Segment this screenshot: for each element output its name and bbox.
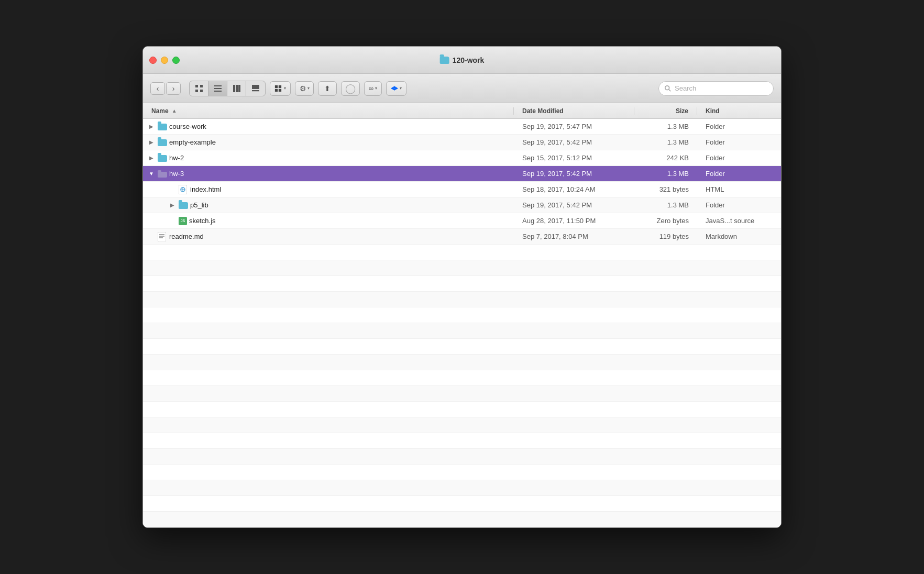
view-controls bbox=[189, 81, 266, 96]
list-view-button[interactable] bbox=[208, 81, 227, 96]
empty-row bbox=[143, 417, 781, 433]
empty-row bbox=[143, 260, 781, 276]
file-name: hw-2 bbox=[169, 154, 184, 162]
disclosure-triangle[interactable]: ▶ bbox=[168, 201, 177, 209]
maximize-button[interactable] bbox=[172, 57, 180, 64]
file-size: 242 KB bbox=[634, 154, 697, 162]
svg-rect-3 bbox=[200, 90, 203, 92]
date-column-header[interactable]: Date Modified bbox=[514, 107, 634, 115]
empty-row bbox=[143, 355, 781, 370]
cover-flow-button[interactable] bbox=[246, 81, 265, 96]
svg-rect-8 bbox=[236, 85, 238, 92]
file-name-cell: ▼ hw-3 bbox=[143, 170, 514, 178]
name-column-header[interactable]: Name ▲ bbox=[143, 107, 514, 115]
svg-line-18 bbox=[669, 89, 671, 91]
search-box[interactable]: Search bbox=[658, 81, 774, 96]
sort-indicator: ▲ bbox=[172, 108, 177, 114]
svg-point-17 bbox=[665, 85, 669, 90]
folder-svg-icon bbox=[158, 170, 167, 178]
list-item[interactable]: ▶ JS sketch.js Aug 28, 2017, 11:50 PM Ze… bbox=[143, 213, 781, 229]
file-size: 1.3 MB bbox=[634, 170, 697, 178]
minimize-button[interactable] bbox=[161, 57, 168, 64]
file-kind: Markdown bbox=[697, 233, 781, 240]
disclosure-triangle[interactable]: ▶ bbox=[147, 154, 156, 162]
dropbox-icon bbox=[391, 85, 398, 92]
folder-icon bbox=[158, 123, 167, 130]
toolbar: ‹ › bbox=[143, 74, 781, 103]
close-button[interactable] bbox=[149, 57, 157, 64]
list-item[interactable]: ▶ readme.md Sep 7, 2017, 8:04 PM 119 byt… bbox=[143, 229, 781, 245]
file-kind: Folder bbox=[697, 170, 781, 178]
search-icon bbox=[664, 85, 672, 92]
traffic-lights bbox=[149, 57, 180, 64]
file-date: Sep 19, 2017, 5:47 PM bbox=[514, 123, 634, 130]
tag-icon: ◯ bbox=[345, 83, 356, 94]
svg-rect-5 bbox=[214, 88, 222, 89]
list-item[interactable]: ▶ hw-2 Sep 15, 2017, 5:12 PM 242 KB Fold… bbox=[143, 150, 781, 166]
file-date: Sep 19, 2017, 5:42 PM bbox=[514, 170, 634, 178]
file-kind: Folder bbox=[697, 138, 781, 146]
action-chevron-icon: ▾ bbox=[307, 86, 310, 91]
empty-row bbox=[143, 512, 781, 527]
empty-row bbox=[143, 339, 781, 355]
svg-rect-14 bbox=[279, 85, 281, 87]
size-column-header[interactable]: Size bbox=[634, 107, 697, 115]
file-size: 1.3 MB bbox=[634, 201, 697, 209]
file-list: ▶ course-work Sep 19, 2017, 5:47 PM 1.3 … bbox=[143, 119, 781, 527]
forward-button[interactable]: › bbox=[166, 82, 181, 95]
dropbox-button[interactable]: ▾ bbox=[386, 81, 406, 96]
file-name-cell: ▶ JS sketch.js bbox=[143, 217, 514, 225]
file-name-cell: ▶ index.html bbox=[143, 185, 514, 194]
tag-button[interactable]: ◯ bbox=[341, 81, 360, 96]
list-item[interactable]: ▶ empty-example Sep 19, 2017, 5:42 PM 1.… bbox=[143, 135, 781, 150]
svg-rect-10 bbox=[252, 85, 259, 89]
folder-icon bbox=[158, 139, 167, 146]
svg-rect-7 bbox=[233, 85, 235, 92]
connect-chevron-icon: ▾ bbox=[375, 86, 377, 91]
svg-rect-6 bbox=[214, 91, 222, 92]
back-button[interactable]: ‹ bbox=[150, 82, 165, 95]
icon-view-button[interactable] bbox=[190, 81, 208, 96]
share-icon: ⬆ bbox=[324, 84, 331, 93]
group-by-button[interactable]: ▾ bbox=[270, 81, 291, 96]
file-date: Aug 28, 2017, 11:50 PM bbox=[514, 217, 634, 225]
icon-view-icon bbox=[195, 84, 203, 93]
group-icon bbox=[274, 85, 282, 92]
column-view-icon bbox=[233, 84, 241, 93]
window-title: 120-work bbox=[453, 56, 485, 64]
search-placeholder: Search bbox=[675, 84, 696, 92]
empty-row bbox=[143, 480, 781, 496]
column-view-button[interactable] bbox=[227, 81, 246, 96]
file-date: Sep 19, 2017, 5:42 PM bbox=[514, 201, 634, 209]
file-size: 1.3 MB bbox=[634, 138, 697, 146]
list-item[interactable]: ▶ index.html Sep 18, 2017, 10:24 AM 321 … bbox=[143, 182, 781, 197]
empty-row bbox=[143, 496, 781, 512]
svg-rect-2 bbox=[195, 90, 198, 92]
disclosure-triangle[interactable]: ▶ bbox=[147, 123, 156, 131]
nav-buttons: ‹ › bbox=[150, 82, 181, 95]
folder-icon bbox=[158, 170, 167, 178]
group-chevron-icon: ▾ bbox=[284, 86, 286, 91]
action-button[interactable]: ⚙ ▾ bbox=[295, 81, 314, 96]
file-size: 119 bytes bbox=[634, 233, 697, 240]
list-item[interactable]: ▶ course-work Sep 19, 2017, 5:47 PM 1.3 … bbox=[143, 119, 781, 135]
list-item[interactable]: ▶ p5_lib Sep 19, 2017, 5:42 PM 1.3 MB Fo… bbox=[143, 197, 781, 213]
share-button[interactable]: ⬆ bbox=[318, 81, 337, 96]
file-date: Sep 15, 2017, 5:12 PM bbox=[514, 154, 634, 162]
file-name-cell: ▶ p5_lib bbox=[143, 201, 514, 209]
column-header: Name ▲ Date Modified Size Kind bbox=[143, 103, 781, 119]
svg-rect-13 bbox=[275, 85, 278, 87]
connect-button[interactable]: ∞ ▾ bbox=[364, 81, 382, 96]
list-item[interactable]: ▼ hw-3 Sep 19, 2017, 5:42 PM 1.3 MB Fold… bbox=[143, 166, 781, 182]
file-kind: JavaS...t source bbox=[697, 217, 781, 225]
disclosure-triangle[interactable]: ▶ bbox=[147, 138, 156, 147]
file-name-cell: ▶ hw-2 bbox=[143, 154, 514, 162]
file-name: hw-3 bbox=[169, 170, 184, 178]
file-name-cell: ▶ empty-example bbox=[143, 138, 514, 147]
svg-rect-12 bbox=[252, 92, 259, 92]
disclosure-triangle[interactable]: ▼ bbox=[147, 170, 156, 178]
file-size: 321 bytes bbox=[634, 185, 697, 193]
forward-icon: › bbox=[172, 84, 175, 93]
svg-rect-0 bbox=[195, 85, 198, 87]
kind-column-header[interactable]: Kind bbox=[697, 107, 781, 115]
